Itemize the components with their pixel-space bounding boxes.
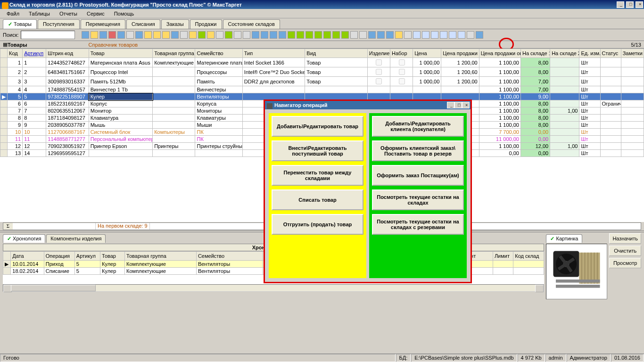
toolbar-icon[interactable] [323, 31, 331, 39]
menu-item[interactable]: Отчеты [55, 10, 82, 17]
toolbar-icon[interactable] [99, 31, 107, 39]
toolbar-icon[interactable] [377, 31, 385, 39]
toolbar-icon[interactable] [180, 31, 188, 39]
column-header[interactable]: Артикул [23, 49, 46, 58]
column-header[interactable] [3, 252, 11, 261]
toolbar-icon[interactable] [314, 31, 322, 39]
toolbar-icon[interactable] [305, 31, 313, 39]
column-header[interactable]: Семейство [196, 252, 263, 261]
toolbar-icon[interactable] [395, 31, 403, 39]
modal-maximize-icon[interactable]: □ [454, 102, 462, 108]
operation-button[interactable]: Внести\Редактировать поступивший товар [272, 140, 363, 161]
column-header[interactable]: Код склад [513, 252, 544, 261]
toolbar-icon[interactable] [135, 31, 143, 39]
column-header[interactable]: Штрих-код [46, 49, 89, 58]
tab[interactable]: Списания [126, 19, 160, 29]
column-header[interactable]: Лимит [493, 252, 513, 261]
toolbar-icon[interactable] [467, 31, 474, 39]
tab[interactable]: Перемещения [81, 19, 125, 29]
column-header[interactable]: Операция [44, 252, 74, 261]
operation-button[interactable]: Оформить клиентский заказ\ Поставить тов… [372, 140, 464, 161]
toolbar-icon[interactable] [404, 31, 412, 39]
close-icon[interactable]: × [636, 1, 643, 8]
column-header[interactable]: Изделие [367, 49, 390, 58]
column-header[interactable]: Ед. изм. [579, 49, 600, 58]
column-header[interactable]: Товарная группа [153, 49, 195, 58]
toolbar-icon[interactable] [422, 31, 429, 39]
toolbar-icon[interactable] [449, 31, 456, 39]
column-header[interactable]: Код [8, 49, 23, 58]
tab[interactable]: Поступления [38, 19, 80, 29]
image-action-button[interactable]: Очистить [609, 246, 641, 256]
minimize-icon[interactable]: _ [617, 1, 624, 8]
toolbar-icon[interactable] [350, 31, 358, 39]
horizontal-scrollbar[interactable] [3, 284, 544, 292]
toolbar-icon[interactable] [216, 31, 223, 39]
menu-item[interactable]: Таблицы [24, 10, 55, 17]
toolbar-icon[interactable] [153, 31, 161, 39]
column-header[interactable]: Цена продажи опт [479, 49, 520, 58]
tab[interactable]: Товары [3, 19, 37, 29]
toolbar-icon[interactable] [126, 31, 134, 39]
column-header[interactable]: Дата [11, 252, 44, 261]
search-input[interactable] [21, 31, 75, 39]
toolbar-icon[interactable] [189, 31, 197, 39]
image-action-button[interactable]: Назначить [609, 233, 641, 244]
toolbar-icon[interactable] [270, 31, 277, 39]
toolbar-icon[interactable] [476, 31, 483, 39]
modal-minimize-icon[interactable]: _ [447, 102, 454, 108]
maximize-icon[interactable]: □ [626, 1, 634, 8]
column-header[interactable]: Набор [390, 49, 413, 58]
toolbar-icon[interactable] [341, 31, 349, 39]
table-row[interactable]: 111244352748627 Материнская плата AsusКо… [0, 58, 644, 67]
toolbar-icon[interactable] [288, 31, 295, 39]
column-header[interactable]: Цена [413, 49, 441, 58]
toolbar-icon[interactable] [297, 31, 304, 39]
tab-picture[interactable]: Картинка [546, 234, 582, 243]
toolbar-icon[interactable] [234, 31, 241, 39]
toolbar-icon[interactable] [261, 31, 268, 39]
toolbar-icon[interactable] [82, 31, 89, 39]
toolbar-icon[interactable] [431, 31, 438, 39]
menu-item[interactable]: Сервис [82, 10, 109, 17]
toolbar-icon[interactable] [252, 31, 259, 39]
menu-item[interactable]: Файл [2, 10, 24, 17]
tab[interactable]: Состояние складов [223, 19, 280, 29]
toolbar-icon[interactable] [225, 31, 232, 39]
operation-button[interactable]: Посмотреть текущие остатки на складах с … [372, 214, 464, 235]
operation-button[interactable]: Переместить товар между складами [272, 165, 363, 186]
column-header[interactable]: Семейство [195, 49, 242, 58]
column-header[interactable]: На складе 1 [520, 49, 550, 58]
toolbar-icon[interactable] [117, 31, 125, 39]
toolbar-icon[interactable] [458, 31, 465, 39]
sub-tab[interactable]: Компоненты изделия [46, 234, 106, 243]
operation-button[interactable]: Оформить заказ Постащику(ам) [372, 165, 464, 186]
toolbar-icon[interactable] [440, 31, 447, 39]
menu-item[interactable]: Помощь [109, 10, 139, 17]
image-action-button[interactable]: Просмотр [609, 258, 641, 268]
operation-button[interactable]: Списать товар [272, 189, 363, 210]
table-row[interactable]: 226483481751667 Процессор IntelПроцессор… [0, 67, 644, 77]
toolbar-icon[interactable] [368, 31, 376, 39]
column-header[interactable]: На складе 2 [550, 49, 579, 58]
toolbar-icon[interactable] [386, 31, 394, 39]
operation-button[interactable]: Отгрузить (продать) товар [272, 214, 363, 235]
toolbar-icon[interactable] [198, 31, 206, 39]
column-header[interactable] [0, 49, 8, 58]
column-header[interactable]: Тип [242, 49, 305, 58]
toolbar-icon[interactable] [359, 31, 367, 39]
toolbar-icon[interactable] [162, 31, 170, 39]
toolbar-icon[interactable] [243, 31, 250, 39]
sub-tab[interactable]: Хронология [3, 234, 45, 243]
toolbar-icon[interactable] [91, 31, 98, 39]
modal-close-icon[interactable]: × [462, 102, 470, 108]
toolbar-icon[interactable] [171, 31, 179, 39]
toolbar-icon[interactable] [279, 31, 286, 39]
operation-button[interactable]: Посмотреть текущие остатки на складах [372, 189, 464, 210]
operation-button[interactable]: Добавить\Редактировать товар [272, 116, 363, 137]
toolbar-icon[interactable] [108, 31, 116, 39]
table-row[interactable]: 333009893016337 Память 512MbПамятьDDR2 д… [0, 77, 644, 86]
column-header[interactable]: Цена продажи [441, 49, 479, 58]
column-header[interactable]: Статус [600, 49, 621, 58]
column-header[interactable]: Товар [89, 49, 152, 58]
